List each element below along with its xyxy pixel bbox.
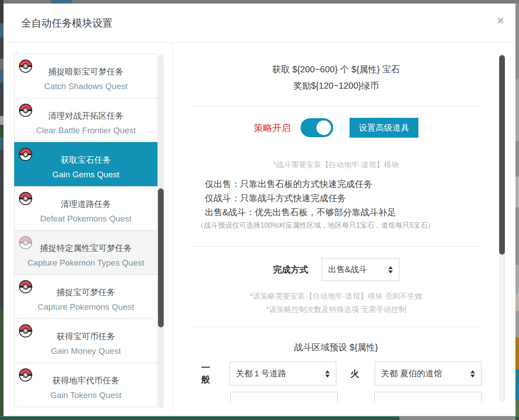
region-row-1: 一般 关都１号道路 火 关都 夏伯的道馆 bbox=[201, 362, 481, 386]
settings-panel: 获取 ${200~600} 个 ${属性} 宝石 奖励${120~1200}绿币… bbox=[173, 43, 499, 402]
strategy-notes: *该策略需要安装【自动地牢-道馆】模块 否则不生效 *该策略控制次数及特殊选项 … bbox=[191, 290, 481, 316]
type-label-fire: 火 bbox=[350, 368, 360, 380]
pokeball-button bbox=[23, 108, 29, 113]
pokeball-button bbox=[23, 284, 29, 290]
quest-title-zh: 获取宝石任务 bbox=[15, 154, 157, 167]
quest-title-zh: 捕捉特定属性宝可梦任务 bbox=[15, 242, 157, 255]
quest-title-zh: 清理道路任务 bbox=[15, 198, 157, 211]
advanced-items-button[interactable]: 设置高级道具 bbox=[350, 118, 418, 138]
strategy-note-2: *该策略控制次数及特殊选项 无需手动控制 bbox=[191, 303, 481, 316]
region-select-normal[interactable]: 关都１号道路 bbox=[229, 362, 336, 386]
sidebar-quest-item[interactable]: 获取宝石任务 Gain Gems Quest bbox=[14, 142, 158, 187]
pokeball-icon bbox=[19, 104, 32, 117]
complete-mode-select[interactable]: 出售&战斗 bbox=[322, 258, 399, 281]
divider-2 bbox=[191, 246, 481, 247]
toggle-knob bbox=[316, 120, 331, 135]
page-bottom-strip-gray bbox=[399, 416, 515, 420]
pokeball-button bbox=[23, 372, 29, 378]
divider-3 bbox=[191, 326, 481, 327]
battle-module-note: *战斗需要安装【自动地牢-道馆】模块 bbox=[191, 158, 481, 171]
pokeball-button bbox=[23, 152, 29, 158]
quest-title-zh: 清理对战开拓区任务 bbox=[15, 109, 157, 123]
sidebar-scrollbar[interactable] bbox=[158, 55, 164, 408]
complete-mode-label: 完成方式 bbox=[273, 264, 308, 276]
region-select-fire-value: 关都 夏伯的道馆 bbox=[381, 368, 442, 379]
sidebar-quest-item[interactable]: 捕捉特定属性宝可梦任务 Capture Pokemon Types Quest bbox=[14, 230, 158, 275]
pokeball-button bbox=[23, 240, 29, 246]
strategy-note-1: *该策略需要安装【自动地牢-道馆】模块 否则不生效 bbox=[191, 290, 481, 303]
mode-line-sell: 仅出售：只靠出售石板的方式快速完成任务 bbox=[205, 177, 481, 191]
strategy-toggle[interactable] bbox=[301, 118, 333, 137]
region-select-clipped-right[interactable] bbox=[374, 392, 481, 402]
select-arrows-icon bbox=[470, 370, 475, 378]
pokeball-icon bbox=[19, 236, 32, 249]
type-label-normal: 一般 bbox=[201, 362, 218, 386]
region-row-2-clipped bbox=[230, 392, 481, 402]
main-scrollbar-thumb[interactable] bbox=[499, 55, 505, 255]
sidebar-quest-item[interactable]: 获得宝可币任务 Gain Money Quest bbox=[14, 319, 158, 363]
pokeball-button bbox=[23, 64, 29, 69]
reward-line-1: 获取 ${200~600} 个 ${属性} 宝石 bbox=[191, 61, 481, 78]
pokeball-button bbox=[23, 328, 29, 334]
pokeball-icon bbox=[19, 192, 32, 205]
pokeball-icon bbox=[19, 60, 32, 73]
quest-title-zh: 捕捉暗影宝可梦任务 bbox=[15, 65, 157, 79]
quest-title-en: Catch Shadows Quest bbox=[15, 80, 157, 93]
main-scrollbar[interactable] bbox=[499, 54, 505, 402]
mode-note: （战斗预设仅可选择100%对应属性区域，地区每只1宝石，道馆每只5宝石） bbox=[197, 221, 481, 230]
quest-title-en: Gain Money Quest bbox=[15, 345, 157, 358]
quest-title-zh: 获得地牢代币任务 bbox=[15, 374, 157, 387]
reward-line-2: 奖励${120~1200}绿币 bbox=[191, 78, 481, 94]
region-select-fire[interactable]: 关都 夏伯的道馆 bbox=[375, 362, 481, 386]
sidebar-quest-item[interactable]: 清理对战开拓区任务 Clear Battle Frontier Quest bbox=[14, 98, 158, 142]
quest-title-en: Defeat Pokemons Quest bbox=[15, 212, 157, 225]
page-top-tab bbox=[51, 0, 72, 4]
mode-line-battle: 仅战斗：只靠战斗方式快速完成任务 bbox=[205, 191, 481, 205]
page-top-strip bbox=[0, 0, 519, 4]
sidebar-quest-item[interactable]: 获得地牢代币任务 Gain Tokens Quest bbox=[14, 363, 158, 407]
select-arrows-icon bbox=[388, 266, 393, 274]
select-arrows-icon bbox=[325, 370, 330, 378]
quest-title-en: Capture Pokemon Types Quest bbox=[15, 256, 157, 270]
pokeball-icon bbox=[19, 148, 32, 161]
sidebar-scrollbar-thumb[interactable] bbox=[158, 188, 164, 327]
mode-explanations: 仅出售：只靠出售石板的方式快速完成任务 仅战斗：只靠战斗方式快速完成任务 出售&… bbox=[205, 177, 481, 219]
sidebar-quest-item[interactable]: 清理道路任务 Defeat Pokemons Quest bbox=[14, 186, 158, 231]
divider-1 bbox=[191, 106, 481, 106]
reward-description: 获取 ${200~600} 个 ${属性} 宝石 奖励${120~1200}绿币 bbox=[191, 61, 481, 94]
settings-modal: 全自动任务模块设置 × 捕捉暗影宝可梦任务 Catch Shadows Ques… bbox=[4, 4, 515, 416]
strategy-row: 策略开启 设置高级道具 bbox=[191, 118, 481, 138]
region-select-clipped-left[interactable] bbox=[230, 392, 338, 402]
quest-title-en: Gain Tokens Quest bbox=[15, 389, 157, 402]
complete-mode-value: 出售&战斗 bbox=[328, 264, 368, 275]
quest-title-zh: 获得宝可币任务 bbox=[15, 330, 157, 343]
mode-line-sell-battle: 出售&战斗：优先出售石板，不够部分靠战斗补足 bbox=[205, 205, 481, 219]
region-select-normal-value: 关都１号道路 bbox=[236, 368, 286, 379]
complete-mode-row: 完成方式 出售&战斗 bbox=[191, 258, 481, 281]
pokeball-icon bbox=[19, 280, 32, 293]
quest-title-zh: 捕捉宝可梦任务 bbox=[15, 286, 157, 299]
sidebar-quest-item[interactable]: 捕捉宝可梦任务 Capture Pokemons Quest bbox=[14, 274, 158, 319]
pokeball-icon bbox=[19, 324, 32, 338]
quest-title-en: Clear Battle Frontier Quest bbox=[15, 124, 157, 137]
quest-title-en: Capture Pokemons Quest bbox=[15, 300, 157, 314]
quest-list: 捕捉暗影宝可梦任务 Catch Shadows Quest 清理对战开拓区任务 … bbox=[14, 54, 158, 408]
strategy-label: 策略开启 bbox=[254, 122, 291, 134]
modal-header: 全自动任务模块设置 × bbox=[4, 4, 515, 43]
close-icon[interactable]: × bbox=[497, 15, 504, 27]
sidebar-quest-item[interactable]: 捕捉暗影宝可梦任务 Catch Shadows Quest bbox=[14, 54, 158, 98]
modal-title: 全自动任务模块设置 bbox=[21, 16, 113, 30]
pokeball-button bbox=[23, 196, 29, 202]
quest-title-en: Gain Gems Quest bbox=[15, 168, 157, 181]
region-preset-heading: 战斗区域预设 ${属性} bbox=[191, 341, 481, 353]
pokeball-icon bbox=[19, 368, 32, 382]
